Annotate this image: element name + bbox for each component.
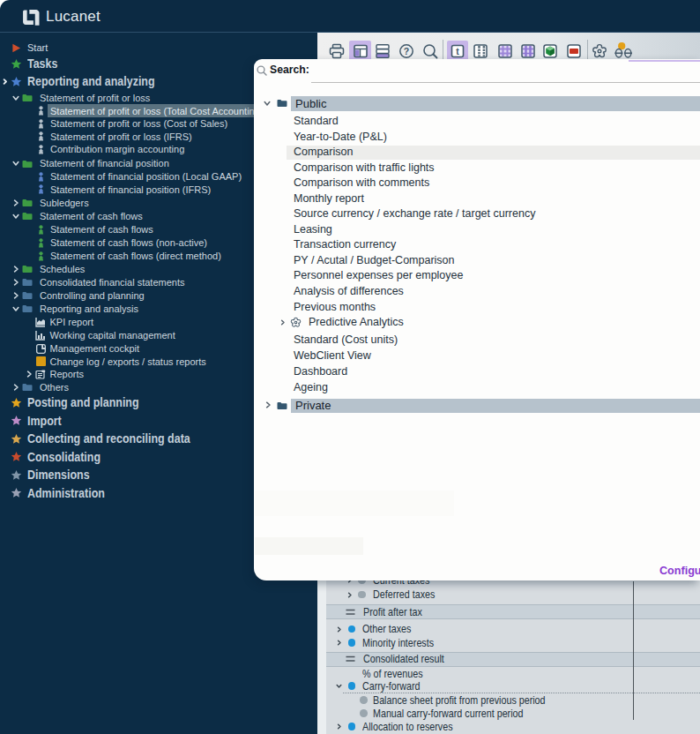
svg-text:t: t xyxy=(456,46,459,56)
svg-text:?: ? xyxy=(403,45,408,56)
